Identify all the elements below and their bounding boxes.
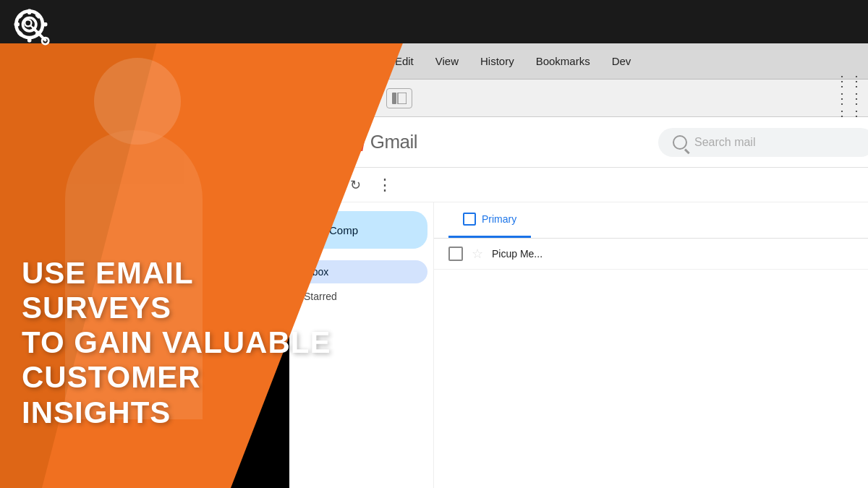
email-row-1[interactable]: ☆ Picup Me...: [434, 239, 868, 270]
gmail-area: M Gmail Search mail ▾ ↻ ⋮: [289, 117, 868, 488]
email-sender-1: Picup Me...: [492, 248, 579, 260]
email-list: Primary ☆ Picup Me...: [434, 202, 868, 488]
gmail-search-box[interactable]: Search mail: [658, 128, 868, 157]
gmail-topbar: M Gmail Search mail: [289, 117, 868, 168]
svg-rect-5: [42, 22, 47, 26]
gmail-wordmark: Gmail: [370, 131, 417, 153]
compose-label: Comp: [329, 224, 358, 236]
svg-rect-3: [27, 37, 32, 42]
gmail-tabs: Primary: [434, 202, 868, 239]
sidebar-toggle-button[interactable]: [386, 88, 412, 108]
menu-dev[interactable]: Dev: [612, 55, 631, 67]
svg-rect-4: [14, 22, 20, 26]
search-icon: [673, 135, 687, 150]
page-container: Use Email Surveys To Gain Valuable Custo…: [0, 0, 868, 488]
headline: Use Email Surveys To Gain Valuable Custo…: [22, 256, 333, 430]
menu-history[interactable]: History: [480, 55, 514, 67]
gmail-main: ✏ Comp Inbox Starred Primary: [289, 202, 868, 488]
grid-button[interactable]: ⋮⋮⋮⋮⋮⋮⋮⋮⋮: [835, 72, 868, 124]
top-bar: [0, 0, 868, 43]
menu-edit[interactable]: Edit: [395, 55, 414, 67]
tab-primary-icon: [463, 213, 476, 226]
star-icon-1[interactable]: ☆: [472, 246, 483, 262]
menu-bookmarks[interactable]: Bookmarks: [536, 55, 590, 67]
menu-view[interactable]: View: [435, 55, 459, 67]
more-options-button[interactable]: ⋮: [377, 177, 393, 193]
tab-primary[interactable]: Primary: [448, 202, 531, 238]
email-checkbox-1[interactable]: [448, 247, 463, 261]
logo: [11, 6, 51, 46]
search-placeholder: Search mail: [694, 136, 755, 149]
headline-line3: Customer Insights: [22, 360, 333, 430]
gmail-toolbar: ▾ ↻ ⋮: [289, 168, 868, 202]
headline-line2: To Gain Valuable: [22, 325, 333, 360]
tab-primary-label: Primary: [482, 213, 516, 225]
svg-rect-15: [398, 93, 407, 104]
svg-rect-14: [392, 93, 396, 104]
svg-rect-2: [27, 9, 32, 14]
headline-line1: Use Email Surveys: [22, 256, 333, 326]
